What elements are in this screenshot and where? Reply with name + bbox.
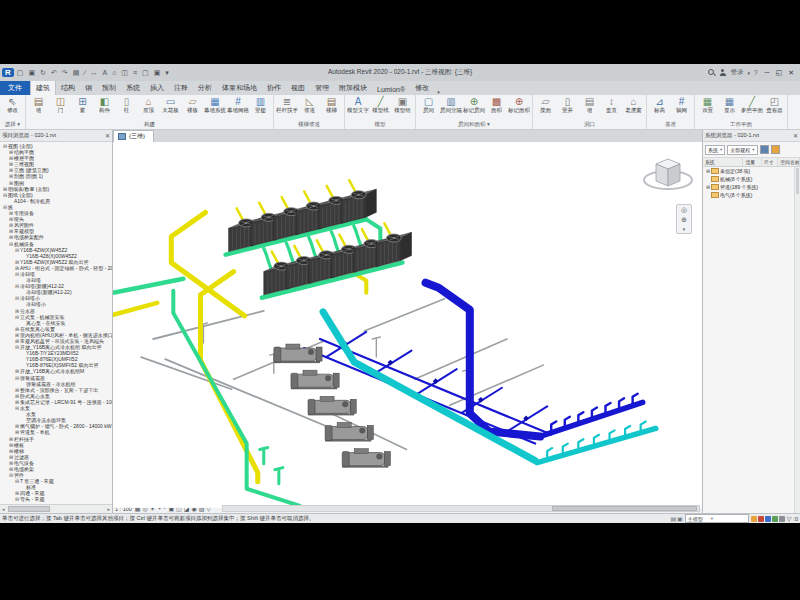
project-browser-hscrollbar[interactable]: ◂ ▸ bbox=[0, 504, 112, 513]
ribbon-tab-结构[interactable]: 结构 bbox=[56, 81, 80, 95]
ribbon-button-标记面积[interactable]: ⊕标记面积 bbox=[508, 96, 530, 113]
user-icon[interactable] bbox=[719, 69, 726, 76]
aligned-dimension-icon[interactable]: ↔ bbox=[88, 68, 99, 77]
select-by-face-icon[interactable] bbox=[772, 516, 778, 522]
restore-button[interactable]: ◱ bbox=[773, 69, 786, 77]
ribbon-button-查看器[interactable]: ◰查看器 bbox=[764, 96, 785, 113]
ribbon-button-修改[interactable]: ⇖修改 bbox=[2, 96, 23, 113]
ribbon-button-模型线[interactable]: ╱模型线 bbox=[370, 96, 391, 113]
sync-icon[interactable]: ↻ bbox=[38, 68, 48, 77]
ribbon-button-房间[interactable]: ▢房间 bbox=[418, 96, 439, 113]
save-icon[interactable]: ▣ bbox=[26, 68, 37, 77]
zoom-icon[interactable]: ⊕ bbox=[681, 215, 687, 225]
discipline-select[interactable]: 全部规程▾ bbox=[727, 145, 757, 155]
ribbon-button-楼梯[interactable]: ▤楼梯 bbox=[321, 96, 342, 113]
ribbon-tab-协作[interactable]: 协作 bbox=[262, 81, 286, 95]
close-button[interactable]: ✕ bbox=[785, 69, 797, 77]
navigation-bar[interactable]: ◎ ⊕ ▾ bbox=[676, 204, 692, 234]
ribbon-button-柱[interactable]: ▯柱 bbox=[116, 96, 137, 113]
ribbon-button-构件[interactable]: ◧构件 bbox=[94, 96, 115, 113]
ribbon-button-幕墙系统[interactable]: ▦幕墙系统 bbox=[204, 96, 226, 113]
ribbon-tab-附加模块[interactable]: 附加模块 bbox=[334, 81, 372, 95]
navbar-caret-icon[interactable]: ▾ bbox=[683, 225, 686, 233]
ribbon-tab-修改[interactable]: 修改 bbox=[410, 81, 434, 95]
ribbon-button-设置[interactable]: ▦设置 bbox=[697, 96, 718, 113]
ribbon-tab-分析[interactable]: 分析 bbox=[193, 81, 217, 95]
undo-icon[interactable]: ↶ bbox=[49, 68, 59, 77]
system-row[interactable]: 机械(8 个系统) bbox=[703, 175, 800, 183]
system-row[interactable]: 电气(8 个系统) bbox=[703, 191, 800, 199]
ribbon-button-面积[interactable]: ▩面积 bbox=[486, 96, 507, 113]
ribbon-button-楼板[interactable]: ▱楼板 bbox=[182, 96, 203, 113]
view-tab-3d[interactable]: {三维} bbox=[113, 130, 154, 142]
system-browser-body[interactable]: ⊞未指定(38 项)机械(8 个系统)⊞管道(189 个系统)电气(8 个系统) bbox=[703, 167, 800, 513]
ribbon-tab-视图[interactable]: 视图 bbox=[286, 81, 310, 95]
text-icon[interactable]: A bbox=[100, 68, 109, 77]
column-header-尺寸[interactable]: 尺寸 bbox=[762, 158, 779, 166]
ribbon-button-轴网[interactable]: #轴网 bbox=[671, 96, 692, 113]
ribbon-button-坡道[interactable]: ◺坡道 bbox=[299, 96, 320, 113]
ribbon-tab-Lumion®[interactable]: Lumion® bbox=[372, 84, 410, 95]
drag-on-selection-icon[interactable] bbox=[779, 516, 785, 522]
ribbon-button-垂直[interactable]: ↕垂直 bbox=[601, 96, 622, 113]
revit-logo-icon[interactable]: R bbox=[2, 68, 14, 77]
ribbon-button-模型文字[interactable]: A模型文字 bbox=[347, 96, 369, 113]
ribbon-button-栏杆扶手[interactable]: ≣栏杆扶手 bbox=[276, 96, 298, 113]
ribbon-tab-系统[interactable]: 系统 bbox=[121, 81, 145, 95]
design-option-select[interactable]: 主模型▾ bbox=[685, 514, 749, 523]
ribbon-tab-建筑[interactable]: 建筑 bbox=[30, 80, 56, 95]
ribbon-button-竖井[interactable]: ▯竖井 bbox=[557, 96, 578, 113]
ribbon-tab-插入[interactable]: 插入 bbox=[145, 81, 169, 95]
thin-lines-icon[interactable]: ≡ bbox=[131, 68, 139, 77]
column-header-空间名称[interactable]: 空间名称 bbox=[778, 158, 800, 166]
ribbon-button-标记房间[interactable]: ⊕标记房间 bbox=[463, 96, 485, 113]
redo-icon[interactable]: ↷ bbox=[60, 68, 70, 77]
3d-model-scene[interactable] bbox=[113, 142, 702, 508]
ribbon-tab-钢[interactable]: 钢 bbox=[80, 81, 97, 95]
ribbon-button-房间分隔[interactable]: ▥房间分隔 bbox=[440, 96, 462, 113]
filter-icon[interactable]: ▽ bbox=[787, 515, 792, 522]
ribbon-button-天花板[interactable]: ▭天花板 bbox=[160, 96, 181, 113]
view-select[interactable]: 系统▾ bbox=[705, 145, 725, 155]
ribbon-button-竖梃[interactable]: ▥竖梃 bbox=[250, 96, 271, 113]
ribbon-button-老虎窗[interactable]: ⌂老虎窗 bbox=[623, 96, 644, 113]
ribbon-button-墙[interactable]: ▤墙 bbox=[28, 96, 49, 113]
ribbon-button-显示[interactable]: ▦显示 bbox=[719, 96, 740, 113]
ribbon-button-标高[interactable]: ⊿标高 bbox=[649, 96, 670, 113]
ribbon-button-模型组[interactable]: ▣模型组 bbox=[392, 96, 413, 113]
system-row[interactable]: ⊞管道(189 个系统) bbox=[703, 183, 800, 191]
column-settings-icon[interactable] bbox=[771, 145, 780, 154]
editable-only-icon[interactable]: ▣ bbox=[677, 515, 683, 522]
column-header-流量[interactable]: 流量 bbox=[743, 158, 761, 166]
column-header-系统[interactable]: 系统 bbox=[703, 158, 743, 166]
close-hidden-windows-icon[interactable]: ▢ bbox=[140, 68, 151, 77]
signin-caret-icon[interactable]: ▾ bbox=[747, 70, 750, 76]
canvas-hscrollbar[interactable] bbox=[222, 505, 700, 512]
steering-wheel-icon[interactable]: ◎ bbox=[681, 205, 687, 215]
select-underlay-icon[interactable] bbox=[758, 516, 764, 522]
switch-windows-icon[interactable]: ▣ bbox=[152, 68, 163, 77]
scroll-right-icon[interactable]: ▸ bbox=[105, 506, 112, 512]
customize-qat-icon[interactable]: ▾ bbox=[163, 68, 171, 77]
system-browser-vscrollbar[interactable] bbox=[794, 167, 800, 513]
ribbon-button-参照平面[interactable]: ╱参照平面 bbox=[741, 96, 763, 113]
viewcube[interactable] bbox=[642, 150, 694, 200]
scrollbar-thumb[interactable] bbox=[8, 506, 50, 512]
scroll-left-icon[interactable]: ◂ bbox=[0, 506, 7, 512]
signin-label[interactable]: 登录 bbox=[730, 68, 743, 77]
select-links-icon[interactable] bbox=[751, 516, 757, 522]
search-icon[interactable] bbox=[708, 69, 715, 76]
worksets-icon[interactable]: ▤ bbox=[670, 515, 676, 522]
open-icon[interactable]: ▢ bbox=[15, 68, 26, 77]
project-browser-tree[interactable]: ⊟视图 (全部)⊞结构平面⊞楼层平面⊞三维视图⊞立面 (建筑立面)⊞剖面 (剖面… bbox=[0, 142, 112, 504]
ribbon-tab-预制[interactable]: 预制 bbox=[97, 81, 121, 95]
autofit-columns-icon[interactable] bbox=[760, 145, 769, 154]
ribbon-tab-体量和场地[interactable]: 体量和场地 bbox=[217, 81, 262, 95]
measure-icon[interactable]: ∕ bbox=[82, 68, 87, 77]
default-3d-view-icon[interactable]: ⌂ bbox=[110, 68, 118, 77]
minimize-button[interactable]: ─ bbox=[762, 69, 773, 77]
ribbon-button-屋顶[interactable]: ⌂屋顶 bbox=[138, 96, 159, 113]
ribbon-button-幕墙网格[interactable]: #幕墙网格 bbox=[227, 96, 249, 113]
select-pinned-icon[interactable] bbox=[765, 516, 771, 522]
ribbon-tab-管理[interactable]: 管理 bbox=[310, 81, 334, 95]
